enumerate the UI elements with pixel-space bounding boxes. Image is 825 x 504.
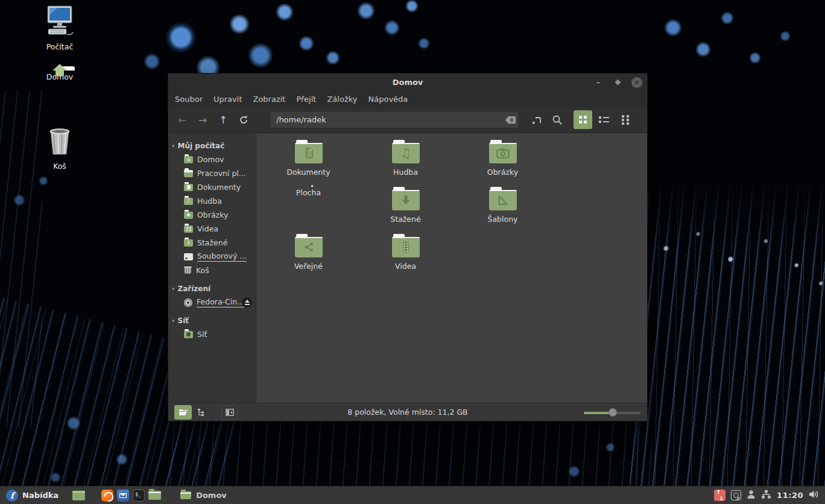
sidebar-item-souborovy-system[interactable]: Souborový ... [168,250,256,263]
menu-soubor[interactable]: Soubor [169,93,208,106]
sidebar-item-label: Síť [197,330,207,339]
sidebar-section-sit[interactable]: ▾ Síť [168,314,256,327]
file-label: Šablony [454,215,551,224]
eject-button[interactable] [242,297,252,307]
sidebar-item-sit[interactable]: Síť [168,327,256,341]
mail-icon [117,490,129,502]
desktop-icon-trash[interactable]: Koš [34,127,85,171]
icon-view-icon [579,116,587,124]
removable-media-tray-icon[interactable] [731,490,741,500]
folder-templates-icon [489,190,517,210]
taskbar-window-domov[interactable]: Domov [174,487,233,504]
file-plocha[interactable]: Plocha [260,184,357,231]
menu-upravit[interactable]: Upravit [208,93,247,106]
sidebar-item-pracovni-plocha[interactable]: Pracovní pl... [168,166,256,180]
back-button[interactable]: ← [173,111,191,129]
search-icon[interactable] [548,111,566,129]
file-stazene[interactable]: Stažené [357,184,454,231]
updates-tray-icon[interactable] [714,490,725,501]
desktop-icon-computer[interactable]: Počítač [34,5,85,51]
section-title: Můj počítač [178,142,225,150]
minimize-button[interactable]: – [593,77,604,88]
desktop-icon-label: Koš [34,162,85,171]
volume-tray-icon[interactable] [809,490,819,502]
taskbar-panel: f Nabídka $_ Domov 11:20 [0,486,825,504]
file-label: Stažené [357,215,454,224]
optical-disc-icon [184,298,192,307]
folder-music-icon: ♫ [392,143,420,163]
up-button[interactable]: ↑ [214,111,232,129]
icon-view-button[interactable] [574,110,592,129]
sidebar-item-videa[interactable]: Videa [168,222,256,236]
location-bar[interactable] [270,111,519,128]
file-verejne[interactable]: Veřejné [260,231,357,278]
section-title: Zařízení [178,285,211,293]
folder-pictures-icon [489,143,517,163]
sidebar-item-dokumenty[interactable]: Dokumenty [168,180,256,194]
treeview-toggle-button[interactable] [193,405,210,420]
sidebar-item-kos[interactable]: Koš [168,263,256,277]
file-sablony[interactable]: Šablony [454,184,551,231]
sidebar-item-label: Souborový ... [197,251,247,262]
section-title: Síť [178,317,189,325]
clock[interactable]: 11:20 [777,491,803,500]
sidebar-item-domov[interactable]: ⌂ Domov [168,153,256,166]
folder-icon [180,491,191,499]
folder-documents-icon [295,143,323,163]
places-toggle-button[interactable] [174,405,192,420]
terminal-launcher[interactable]: $_ [131,487,147,504]
file-dokumenty[interactable]: Dokumenty [260,137,357,184]
file-label: Dokumenty [260,168,357,177]
sidebar-item-stazene[interactable]: ↓ Stažené [168,236,256,250]
trash-icon [184,266,192,274]
trash-icon [45,148,75,159]
list-view-button[interactable] [595,110,613,129]
collapse-triangle-icon[interactable]: ▾ [172,143,175,149]
file-obrazky[interactable]: Obrázky [454,137,551,184]
menu-zalozky[interactable]: Záložky [321,93,362,106]
firefox-launcher[interactable] [100,487,115,504]
user-tray-icon[interactable] [747,490,756,502]
file-grid: Dokumenty ♫ Hudba Obrázky Plocha [256,133,647,403]
network-tray-icon[interactable] [761,490,771,502]
sidebar-item-fedora-cinnamon[interactable]: Fedora-Cin... [168,295,256,309]
sidebar: ▾ Můj počítač ⌂ Domov Pracovní pl... Dok… [168,133,256,403]
folder-videos-icon [392,237,420,257]
collapse-triangle-icon[interactable]: ▾ [172,318,175,324]
menu-prejit[interactable]: Přejít [291,93,321,106]
file-hudba[interactable]: ♫ Hudba [357,137,454,184]
menu-button[interactable]: f Nabídka [4,487,63,504]
zoom-slider-handle[interactable] [608,408,617,417]
maximize-button[interactable] [612,77,623,88]
sidebar-section-my-computer[interactable]: ▾ Můj počítač [168,139,256,153]
close-button[interactable]: × [631,77,642,88]
collapse-triangle-icon[interactable]: ▾ [172,286,175,292]
refresh-button[interactable] [235,111,253,129]
zoom-slider[interactable] [584,408,641,417]
toolbar: ← → ↑ [168,107,647,133]
location-input[interactable] [270,115,503,124]
folder-home-icon: ⌂ [184,156,193,163]
sidebar-item-obrazky[interactable]: Obrázky [168,208,256,222]
forward-button[interactable]: → [194,111,212,129]
sidebar-section-zarizeni[interactable]: ▾ Zařízení [168,282,256,295]
firefox-icon [101,490,113,502]
desktop-icon-home[interactable]: Domov [34,70,85,81]
files-launcher[interactable] [147,487,162,504]
file-manager-window: Domov – × Soubor Upravit Zobrazit Přejít… [168,73,648,421]
titlebar[interactable]: Domov – × [168,74,647,91]
clear-location-icon[interactable] [503,113,517,127]
menu-zobrazit[interactable]: Zobrazit [247,93,291,106]
menu-napoveda[interactable]: Nápověda [362,93,413,106]
mail-launcher[interactable] [115,487,131,504]
taskbar-window-label: Domov [196,491,227,500]
sidebar-item-hudba[interactable]: ♪ Hudba [168,194,256,208]
collapse-sidebar-button[interactable] [221,405,238,420]
window-title: Domov [393,78,423,87]
compact-view-button[interactable] [616,110,634,129]
show-desktop-launcher[interactable] [71,487,86,504]
file-label: Plocha [260,188,357,197]
statusbar: 8 položek, Volné místo: 11,2 GB [168,403,647,421]
toggle-location-entry-icon[interactable] [528,111,546,129]
file-videa[interactable]: Videa [357,231,454,278]
